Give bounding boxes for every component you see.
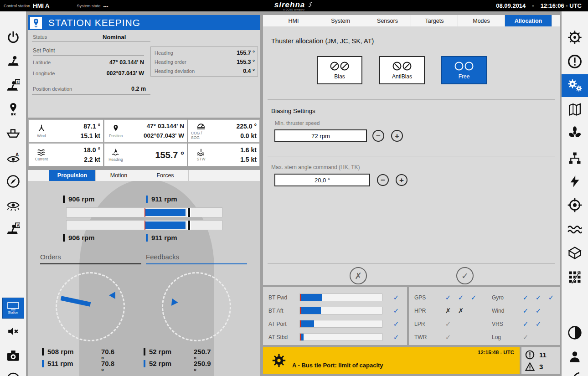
sirehna-logo-text: sirehna bbox=[274, 1, 305, 9]
gps-label: GPS bbox=[414, 294, 426, 301]
alarm-message: A - Bus tie Port: limit of capacity bbox=[292, 362, 383, 369]
camera-pan-icon bbox=[6, 371, 20, 376]
cog-sog-cell: COG / SOG 225.0 ° 0.0 kt bbox=[188, 119, 260, 143]
max-angle-increase-button[interactable]: + bbox=[396, 174, 407, 186]
azimuth-orders-dial bbox=[56, 272, 125, 341]
sidebar-item-mute[interactable] bbox=[0, 320, 26, 343]
check-icon: ✓ bbox=[470, 294, 477, 302]
tab-modes[interactable]: Modes bbox=[458, 15, 505, 26]
sidebar-item-charts[interactable] bbox=[562, 98, 588, 121]
check-icon: ✓ bbox=[535, 320, 542, 328]
tab-hmi[interactable]: HMI bbox=[270, 15, 317, 26]
heading-compass-icon bbox=[112, 148, 120, 157]
gyro-label: Gyro bbox=[492, 294, 504, 301]
sidebar-item-helm[interactable] bbox=[562, 26, 588, 49]
set-point-header: Set Point bbox=[33, 47, 144, 56]
check-icon: ✓ bbox=[522, 294, 529, 302]
tunnel1-order-rpm: 906 rpm bbox=[68, 195, 95, 203]
sidebar-item-power-supply[interactable] bbox=[562, 170, 588, 193]
latitude-row: Latitude 47° 03.144' N bbox=[33, 58, 144, 67]
free-button[interactable]: Free bbox=[441, 56, 487, 84]
svg-text:C: C bbox=[16, 80, 20, 84]
confirm-button[interactable]: ✓ bbox=[456, 267, 474, 284]
tunnel1-feedback: 911 rpm bbox=[146, 195, 177, 203]
min-speed-increase-button[interactable]: + bbox=[391, 130, 403, 142]
min-speed-decrease-button[interactable]: − bbox=[372, 130, 384, 142]
check-icon: ✓ bbox=[522, 320, 529, 328]
warning-count-row[interactable]: 3 bbox=[525, 362, 543, 371]
hpr-label: HPR bbox=[414, 308, 426, 314]
position-cell: Position 47° 03.144' N 002°07.043' W bbox=[104, 119, 187, 143]
sidebar-item-camera-a[interactable]: A bbox=[0, 147, 26, 170]
longitude-value: 002°07.043' W bbox=[107, 70, 144, 77]
cog-sog-icon bbox=[196, 122, 206, 130]
check-icon: ✓ bbox=[547, 294, 555, 302]
gps-status-marks: ✓✓✓ bbox=[444, 294, 477, 302]
sidebar-item-network[interactable] bbox=[562, 147, 588, 170]
feedback-rpm-1: 52 rpm bbox=[149, 348, 171, 355]
sidebar-item-joystick[interactable] bbox=[0, 50, 26, 73]
sidebar-item-sirehna[interactable] bbox=[562, 368, 588, 376]
sidebar-item-power[interactable] bbox=[0, 26, 26, 49]
sidebar-item-vessel[interactable] bbox=[0, 122, 26, 144]
azimuth-feedback-arrow-icon bbox=[168, 299, 178, 308]
tab-targets[interactable]: Targets bbox=[411, 15, 458, 26]
tab-system[interactable]: System bbox=[317, 15, 364, 26]
active-alarm-bar[interactable]: A - Bus tie Port: limit of capacity 12:1… bbox=[263, 347, 520, 374]
azimuth-order-row-2: 511 rpm 70.8 ° bbox=[42, 360, 73, 371]
sidebar-item-joystick-a[interactable]: A bbox=[0, 218, 26, 241]
sidebar-item-camera-pan[interactable] bbox=[0, 368, 26, 376]
tab-allocation[interactable]: Allocation bbox=[505, 15, 552, 26]
sidebar-item-snapshot[interactable] bbox=[0, 345, 26, 367]
sidebar-item-power-matrix[interactable] bbox=[562, 266, 588, 288]
sidebar-item-alarms[interactable] bbox=[562, 50, 588, 73]
sidebar-item-station-display[interactable]: Station bbox=[0, 297, 26, 319]
camera-icon bbox=[6, 350, 20, 362]
tab-sensors[interactable]: Sensors bbox=[364, 15, 411, 26]
divider bbox=[268, 263, 555, 264]
sidebar-item-crew[interactable] bbox=[562, 345, 588, 368]
sensor-row-lpr: LPR ✓ bbox=[414, 319, 483, 329]
orders-header: Orders bbox=[40, 253, 141, 264]
sidebar-item-motion-3d[interactable] bbox=[562, 242, 588, 264]
antibias-button[interactable]: AntiBias bbox=[379, 56, 425, 84]
at-port-gauge bbox=[299, 320, 382, 328]
sidebar-item-compass[interactable] bbox=[0, 170, 26, 193]
status-value: Nominal bbox=[103, 34, 126, 41]
biasing-settings-header: Biasing Settings bbox=[271, 108, 315, 114]
sidebar-item-settings[interactable] bbox=[562, 74, 588, 97]
tunnel2-order: 906 rpm bbox=[63, 234, 95, 242]
check-icon: ✓ bbox=[522, 333, 529, 341]
thruster-row-at-stbd: AT Stbd ✓ bbox=[263, 333, 407, 342]
alarm-count-row[interactable]: 11 bbox=[525, 350, 547, 360]
feedbacks-header: Feedbacks bbox=[146, 253, 247, 264]
bias-button[interactable]: Bias bbox=[317, 56, 362, 84]
longitude-label: Longitude bbox=[33, 71, 55, 76]
position-deviation-label: Position deviation bbox=[33, 86, 72, 92]
min-thruster-speed-field[interactable]: 72 rpm bbox=[274, 129, 367, 142]
sidebar-item-waypoint[interactable] bbox=[0, 98, 26, 121]
tab-motion[interactable]: Motion bbox=[96, 170, 142, 181]
tunnel2-feedback-rpm: 911 rpm bbox=[151, 234, 177, 242]
max-angle-decrease-button[interactable]: − bbox=[377, 174, 389, 186]
sensor-row-log: Log ✓ bbox=[492, 333, 558, 342]
sidebar-item-propulsion[interactable] bbox=[562, 122, 588, 144]
azimuth-feedback-row-2: 52 rpm 250.9 ° bbox=[144, 360, 171, 371]
sidebar-item-contrast[interactable] bbox=[562, 321, 588, 344]
eye-icon bbox=[6, 199, 20, 211]
sidebar-item-camera-view[interactable] bbox=[0, 194, 26, 216]
max-stern-angle-field[interactable]: 20,0 ° bbox=[274, 174, 370, 186]
order-tick-icon bbox=[63, 196, 65, 203]
gears-icon bbox=[567, 78, 583, 93]
sidebar-item-sea-state[interactable] bbox=[562, 218, 588, 241]
sidebar-item-joystick-c[interactable]: C bbox=[0, 74, 26, 97]
sidebar-item-targets[interactable] bbox=[562, 194, 588, 216]
heading-order-value: 155.3 ° bbox=[237, 59, 255, 65]
cancel-button[interactable]: ✗ bbox=[350, 267, 367, 284]
nav-data-grid: Wind 87.1 ° 15.1 kt Position 47° 03.144'… bbox=[28, 119, 260, 167]
current-cell: Current 18.0 ° 2.2 kt bbox=[28, 143, 103, 166]
eye-a-icon: A bbox=[6, 152, 20, 164]
tab-propulsion[interactable]: Propulsion bbox=[49, 170, 96, 181]
tab-forces[interactable]: Forces bbox=[142, 170, 189, 181]
allocation-title: Thuster allocation (JM, JC, SK, AT) bbox=[271, 37, 374, 45]
